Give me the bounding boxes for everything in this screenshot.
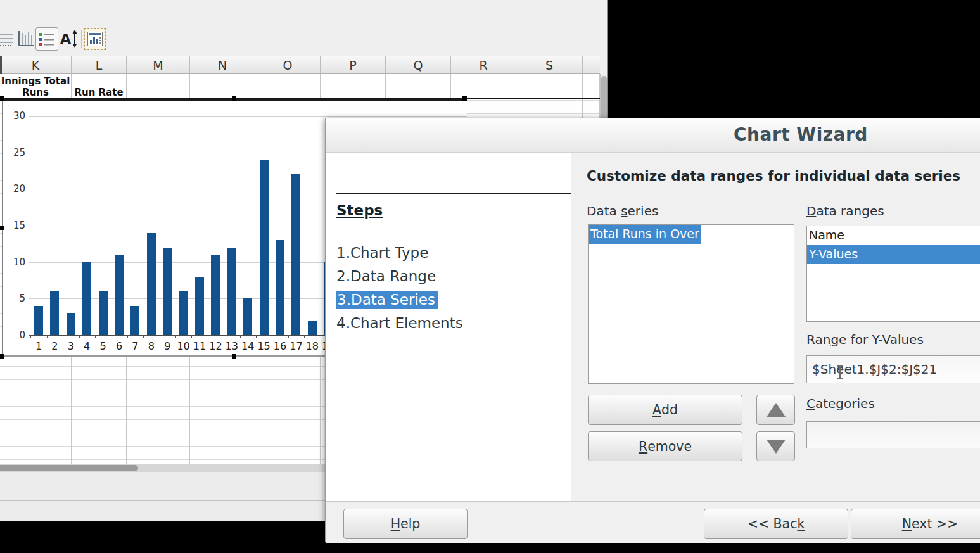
x-axis-tick — [191, 335, 192, 338]
y-axis-tick-label: 15 — [4, 220, 25, 231]
x-axis-tick — [321, 335, 321, 338]
x-axis-tick-label: 6 — [111, 340, 127, 352]
wizard-step-3[interactable]: 3.Data Series — [336, 288, 466, 312]
column-header-Q[interactable]: Q — [386, 56, 451, 73]
wizard-step-2[interactable]: 2.Data Range — [336, 265, 466, 288]
vertical-grid-icon[interactable] — [17, 29, 34, 48]
x-axis-tick-label: 13 — [224, 340, 240, 352]
column-header-N[interactable]: N — [190, 56, 255, 73]
bar-12[interactable] — [211, 255, 220, 335]
bar-16[interactable] — [276, 240, 284, 335]
bar-2[interactable] — [50, 291, 59, 335]
column-header-R[interactable]: R — [451, 56, 516, 73]
steps-heading: Steps — [336, 202, 383, 219]
bar-8[interactable] — [147, 233, 156, 335]
dialog-title: Chart Wizard — [734, 124, 868, 145]
add-button[interactable]: Add — [588, 395, 742, 425]
bar-17[interactable] — [291, 174, 300, 335]
bar-15[interactable] — [260, 160, 269, 335]
remove-button[interactable]: Remove — [588, 431, 742, 461]
selection-handle-left-mid[interactable] — [0, 226, 4, 230]
bar-7[interactable] — [130, 306, 139, 335]
wizard-step-4[interactable]: 4.Chart Elements — [336, 312, 466, 335]
bar-5[interactable] — [99, 291, 108, 335]
y-axis-tick-label: 30 — [4, 110, 25, 122]
bar-6[interactable] — [115, 255, 124, 335]
x-axis-tick-label: 4 — [79, 340, 95, 352]
bar-10[interactable] — [179, 291, 188, 335]
chart-wizard-dialog: Chart Wizard Steps 1.Chart Type2.Data Ra… — [325, 118, 980, 542]
bar-11[interactable] — [195, 277, 204, 335]
move-up-button[interactable] — [756, 395, 795, 425]
steps-panel: Steps 1.Chart Type2.Data Range3.Data Ser… — [326, 153, 571, 501]
bar-4[interactable] — [82, 262, 91, 335]
bar-1[interactable] — [34, 306, 43, 335]
column-header-M[interactable]: M — [127, 56, 190, 73]
column-header-L[interactable]: L — [72, 56, 127, 73]
x-axis-tick — [143, 335, 144, 338]
down-arrow-icon — [767, 440, 786, 454]
cell-K1[interactable]: Innings Total Runs — [0, 75, 71, 99]
dialog-footer: Help << Back Next >> — [326, 501, 980, 543]
y-axis-tick-label: 25 — [4, 147, 25, 158]
next-button[interactable]: Next >> — [851, 509, 980, 539]
x-axis-tick — [95, 335, 96, 338]
back-button[interactable]: << Back — [704, 509, 848, 539]
column-header-O[interactable]: O — [255, 56, 321, 73]
x-axis-tick — [272, 335, 272, 338]
column-header-S[interactable]: S — [516, 56, 583, 73]
categories-label: Categories — [806, 396, 875, 411]
legend-toggle-icon[interactable] — [35, 27, 58, 51]
text-scale-icon[interactable]: A — [60, 29, 79, 48]
bar-9[interactable] — [163, 248, 172, 335]
selection-handle-top-mid[interactable] — [232, 96, 236, 101]
axes-grid-icon[interactable] — [0, 29, 14, 48]
bar-18[interactable] — [308, 321, 317, 335]
bar-14[interactable] — [243, 298, 252, 335]
x-axis-tick-label: 16 — [272, 340, 288, 352]
x-axis-tick-label: 14 — [239, 340, 256, 352]
column-header-P[interactable]: P — [321, 56, 386, 73]
x-axis-tick-label: 1 — [30, 340, 47, 352]
data-series-listbox[interactable]: Total Runs in Over — [588, 224, 794, 384]
dialog-header[interactable]: Chart Wizard — [326, 118, 980, 153]
cell-L1[interactable]: Run Rate — [72, 75, 126, 99]
x-axis-tick — [63, 335, 63, 338]
text-cursor-pointer — [836, 365, 844, 381]
x-axis-tick-label: 7 — [127, 340, 143, 352]
list-item[interactable]: Total Runs in Over — [589, 225, 701, 244]
selection-handle-top-left[interactable] — [0, 96, 4, 101]
chart-gridline — [29, 116, 467, 117]
selection-handle-bottom-left[interactable] — [0, 354, 4, 359]
selection-handle-bottom-mid[interactable] — [232, 354, 236, 359]
bar-13[interactable] — [227, 248, 236, 335]
x-axis-tick — [160, 335, 160, 338]
data-series-label: Data series — [587, 203, 658, 219]
x-axis-tick — [111, 335, 111, 338]
categories-input[interactable] — [806, 421, 980, 448]
x-axis-tick-label: 15 — [256, 340, 272, 352]
wizard-step-1[interactable]: 1.Chart Type — [336, 241, 466, 265]
x-axis-tick-label: 8 — [143, 340, 160, 352]
steps-list: 1.Chart Type2.Data Range3.Data Series4.C… — [336, 241, 466, 335]
selection-handle-top-right[interactable] — [462, 96, 467, 101]
chart-data-table-icon[interactable] — [85, 29, 105, 49]
column-headers: KLMNOPQRS — [0, 56, 600, 74]
x-axis-tick-label: 9 — [159, 340, 175, 352]
column-header-K[interactable]: K — [0, 56, 72, 73]
x-axis-tick — [256, 335, 257, 338]
range-input[interactable]: $Sheet1.$J$2:$J$21 — [806, 355, 980, 383]
customize-heading: Customize data ranges for individual dat… — [587, 168, 960, 184]
data-ranges-listbox[interactable]: NameY-Values — [806, 226, 980, 322]
list-item[interactable]: Name — [807, 226, 980, 245]
x-axis-tick — [175, 335, 176, 338]
bar-3[interactable] — [67, 313, 75, 335]
x-axis-tick — [208, 335, 208, 338]
horizontal-scrollbar-thumb[interactable] — [0, 465, 138, 471]
x-axis-tick-label: 3 — [63, 340, 79, 352]
screen: A KLMNOPQRS Innings Total Runs Run Rate … — [0, 0, 980, 553]
list-item[interactable]: Y-Values — [807, 245, 980, 264]
help-button[interactable]: Help — [343, 509, 468, 539]
y-axis-tick-label: 10 — [4, 257, 25, 268]
move-down-button[interactable] — [756, 431, 795, 461]
